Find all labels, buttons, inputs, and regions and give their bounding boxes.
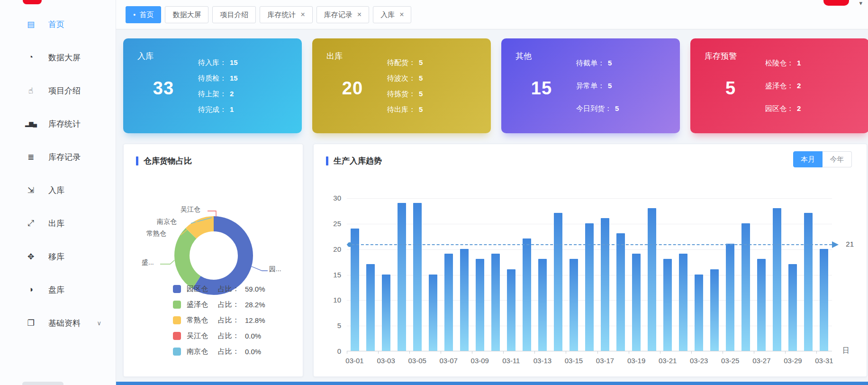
average-line-arrow-icon xyxy=(832,241,839,248)
y-axis-label: 30 xyxy=(320,194,341,202)
title-accent-bar xyxy=(136,156,138,165)
bar-03-08 xyxy=(460,249,469,351)
sidebar-item-9[interactable]: ◑盘库 xyxy=(0,273,116,306)
callout-line xyxy=(252,266,268,271)
stat-row-value: 15 xyxy=(230,58,238,66)
stat-row: 待入库：15 xyxy=(198,58,298,67)
user-menu-caret-icon[interactable]: ▾ xyxy=(859,0,862,7)
sidebar-item-8[interactable]: ✥移库 xyxy=(0,240,116,273)
legend-item-吴江仓[interactable]: 吴江仓占比：0.0% xyxy=(173,331,265,340)
stat-row-label: 异常单： xyxy=(576,82,605,90)
donut-legend: 园区仓占比：59.0%盛泽仓占比：28.2%常熟仓占比：12.8%吴江仓占比：0… xyxy=(173,284,265,356)
tab-5[interactable]: 库存记录× xyxy=(316,6,369,23)
y-axis-label: 10 xyxy=(320,296,341,304)
stat-card-rows: 待入库：15待质检：15待上架：2待完成：1 xyxy=(198,38,298,133)
tab-6[interactable]: 入库× xyxy=(373,6,411,23)
stat-card-total: 20 xyxy=(312,78,393,99)
bar-03-15 xyxy=(570,259,578,351)
sidebar-item-6[interactable]: ⇲入库 xyxy=(0,174,116,207)
x-axis-tick xyxy=(754,351,754,354)
bar-03-12 xyxy=(523,238,531,351)
range-button-1[interactable]: 本月 xyxy=(793,151,823,167)
sidebar-item-5[interactable]: ≣库存记录 xyxy=(0,140,116,174)
stat-card-title: 其他 xyxy=(515,51,532,62)
stat-row-value: 5 xyxy=(615,104,619,112)
stat-row-label: 待波次： xyxy=(387,74,416,82)
x-axis-label: 03-07 xyxy=(440,357,458,365)
stat-row-label: 盛泽仓： xyxy=(765,82,794,90)
sidebar-item-label: 库存记录 xyxy=(48,152,81,163)
below-fold-panel-edge xyxy=(116,382,868,385)
stat-row: 待出库：5 xyxy=(387,105,487,114)
sidebar-item-10[interactable]: ❐基础资料∨ xyxy=(0,306,116,339)
stat-card-total: 15 xyxy=(501,78,582,99)
sidebar-item-label: 首页 xyxy=(48,19,64,30)
tab-label: 库存统计 xyxy=(267,10,296,19)
sidebar-item-1[interactable]: ▤首页 xyxy=(0,8,116,41)
sidebar-item-label: 基础资料 xyxy=(48,318,81,329)
legend-swatch xyxy=(173,332,181,340)
legend-ratio-value: 0.0% xyxy=(245,348,261,356)
tab-4[interactable]: 库存统计× xyxy=(260,6,312,23)
x-axis-tick xyxy=(441,351,441,354)
user-avatar-badge[interactable] xyxy=(823,0,849,6)
tab-close-icon[interactable]: × xyxy=(399,11,404,18)
stat-row-value: 5 xyxy=(419,58,423,66)
legend-ratio-prefix: 占比： xyxy=(218,331,239,340)
x-axis-label: 03-13 xyxy=(533,357,552,365)
sidebar-bottom-handle[interactable] xyxy=(22,382,63,385)
stat-row: 松陵仓：1 xyxy=(765,58,865,68)
stat-card-1: 入库33待入库：15待质检：15待上架：2待完成：1 xyxy=(123,38,302,133)
bar-03-17 xyxy=(601,218,609,351)
main-content: 入库33待入库：15待质检：15待上架：2待完成：1出库20待配货：5待波次：5… xyxy=(116,29,868,385)
sidebar-item-2[interactable]: ◔数据大屏 xyxy=(0,41,116,74)
sidebar-item-3[interactable]: ☝项目介绍 xyxy=(0,74,116,107)
stat-row: 园区仓：2 xyxy=(765,104,865,113)
stat-card-total: 5 xyxy=(690,78,771,99)
y-axis-label: 5 xyxy=(320,321,341,330)
stat-row: 待完成：1 xyxy=(198,105,298,114)
stat-row: 待拣货：5 xyxy=(387,89,487,99)
x-axis-line xyxy=(347,351,832,351)
legend-item-南京仓[interactable]: 南京仓占比：0.0% xyxy=(173,347,265,356)
sidebar: ▤首页◔数据大屏☝项目介绍▂▆▄库存统计≣库存记录⇲入库⤢出库✥移库◑盘库❐基础… xyxy=(0,0,116,385)
stat-row: 待波次：5 xyxy=(387,73,487,83)
range-button-2[interactable]: 今年 xyxy=(823,151,852,167)
stat-card-4: 库存预警5松陵仓：1盛泽仓：2园区仓：2 xyxy=(690,38,868,133)
legend-ratio-prefix: 占比： xyxy=(218,284,239,293)
x-axis-label: 03-27 xyxy=(752,357,770,365)
legend-item-园区仓[interactable]: 园区仓占比：59.0% xyxy=(173,284,265,293)
x-axis-tick xyxy=(409,351,410,354)
legend-ratio-prefix: 占比： xyxy=(218,316,239,325)
legend-swatch xyxy=(173,348,181,356)
tab-3[interactable]: 项目介绍 xyxy=(212,6,256,23)
bar-03-29 xyxy=(788,264,797,351)
tab-1[interactable]: ●首页 xyxy=(126,6,161,23)
panel-head: 生产入库趋势 xyxy=(314,144,867,166)
tab-2[interactable]: 数据大屏 xyxy=(165,6,208,23)
arrows-in-icon: ⇲ xyxy=(24,185,38,195)
tab-close-icon[interactable]: × xyxy=(357,11,362,18)
legend-item-常熟仓[interactable]: 常熟仓占比：12.8% xyxy=(173,316,265,325)
stat-card-rows: 松陵仓：1盛泽仓：2园区仓：2 xyxy=(765,38,865,133)
chevron-down-icon: ∨ xyxy=(97,320,101,327)
legend-name: 常熟仓 xyxy=(187,316,218,325)
sidebar-item-7[interactable]: ⤢出库 xyxy=(0,207,116,240)
sidebar-item-label: 入库 xyxy=(48,185,64,196)
sidebar-item-4[interactable]: ▂▆▄库存统计 xyxy=(0,107,116,140)
x-axis-label: 03-15 xyxy=(565,357,583,365)
gridline xyxy=(347,198,832,199)
book-icon: ❐ xyxy=(24,318,38,328)
stat-card-rows: 待配货：5待波次：5待拣货：5待出库：5 xyxy=(387,38,487,133)
tab-close-icon[interactable]: × xyxy=(300,11,305,18)
x-axis-tick xyxy=(378,351,379,354)
bar-03-06 xyxy=(429,275,437,351)
tab-label: 数据大屏 xyxy=(172,10,201,19)
legend-ratio-value: 12.8% xyxy=(245,316,265,324)
bar-03-28 xyxy=(773,208,781,351)
legend-item-盛泽仓[interactable]: 盛泽仓占比：28.2% xyxy=(173,300,265,309)
gauge-icon: ◔ xyxy=(24,53,38,62)
bar-03-19 xyxy=(632,254,641,351)
stat-row: 待配货：5 xyxy=(387,58,487,67)
bar-03-26 xyxy=(741,223,750,351)
